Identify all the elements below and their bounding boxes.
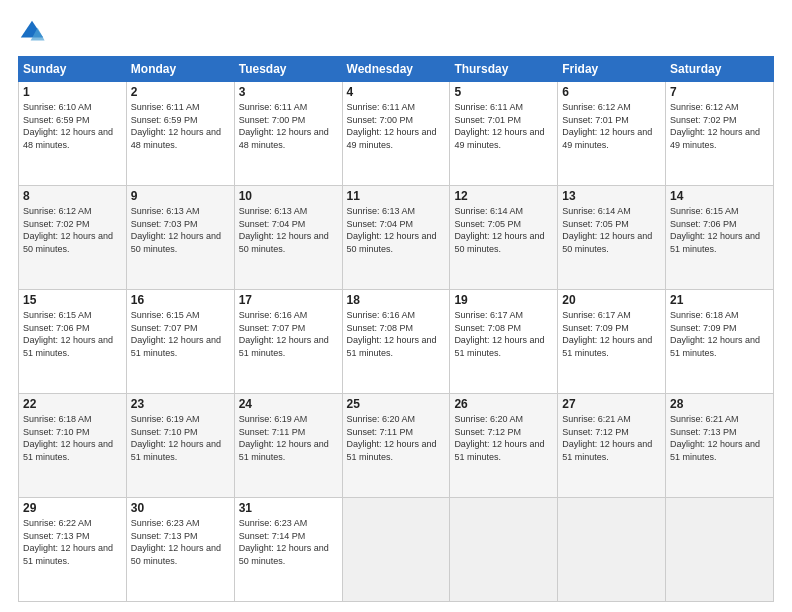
calendar-cell-w4-d4: 25Sunrise: 6:20 AMSunset: 7:11 PMDayligh…: [342, 394, 450, 498]
day-number: 4: [347, 85, 446, 99]
day-detail: Sunrise: 6:13 AMSunset: 7:04 PMDaylight:…: [347, 205, 446, 255]
day-detail: Sunrise: 6:19 AMSunset: 7:11 PMDaylight:…: [239, 413, 338, 463]
calendar-cell-w5-d5: [450, 498, 558, 602]
day-detail: Sunrise: 6:12 AMSunset: 7:02 PMDaylight:…: [670, 101, 769, 151]
day-number: 21: [670, 293, 769, 307]
calendar-cell-w3-d2: 16Sunrise: 6:15 AMSunset: 7:07 PMDayligh…: [126, 290, 234, 394]
calendar-header-row: SundayMondayTuesdayWednesdayThursdayFrid…: [19, 57, 774, 82]
day-detail: Sunrise: 6:12 AMSunset: 7:02 PMDaylight:…: [23, 205, 122, 255]
day-detail: Sunrise: 6:17 AMSunset: 7:09 PMDaylight:…: [562, 309, 661, 359]
calendar-cell-w2-d7: 14Sunrise: 6:15 AMSunset: 7:06 PMDayligh…: [666, 186, 774, 290]
calendar-cell-w4-d1: 22Sunrise: 6:18 AMSunset: 7:10 PMDayligh…: [19, 394, 127, 498]
calendar-cell-w2-d1: 8Sunrise: 6:12 AMSunset: 7:02 PMDaylight…: [19, 186, 127, 290]
day-number: 13: [562, 189, 661, 203]
calendar-week-3: 15Sunrise: 6:15 AMSunset: 7:06 PMDayligh…: [19, 290, 774, 394]
day-number: 9: [131, 189, 230, 203]
day-number: 22: [23, 397, 122, 411]
calendar-week-5: 29Sunrise: 6:22 AMSunset: 7:13 PMDayligh…: [19, 498, 774, 602]
calendar-cell-w4-d6: 27Sunrise: 6:21 AMSunset: 7:12 PMDayligh…: [558, 394, 666, 498]
calendar-cell-w3-d7: 21Sunrise: 6:18 AMSunset: 7:09 PMDayligh…: [666, 290, 774, 394]
day-number: 23: [131, 397, 230, 411]
day-number: 31: [239, 501, 338, 515]
day-number: 19: [454, 293, 553, 307]
day-detail: Sunrise: 6:11 AMSunset: 7:01 PMDaylight:…: [454, 101, 553, 151]
day-number: 24: [239, 397, 338, 411]
calendar-cell-w4-d7: 28Sunrise: 6:21 AMSunset: 7:13 PMDayligh…: [666, 394, 774, 498]
day-detail: Sunrise: 6:21 AMSunset: 7:13 PMDaylight:…: [670, 413, 769, 463]
calendar-week-1: 1Sunrise: 6:10 AMSunset: 6:59 PMDaylight…: [19, 82, 774, 186]
day-number: 29: [23, 501, 122, 515]
day-number: 1: [23, 85, 122, 99]
day-detail: Sunrise: 6:11 AMSunset: 7:00 PMDaylight:…: [239, 101, 338, 151]
day-detail: Sunrise: 6:16 AMSunset: 7:08 PMDaylight:…: [347, 309, 446, 359]
calendar-cell-w5-d4: [342, 498, 450, 602]
calendar-cell-w5-d3: 31Sunrise: 6:23 AMSunset: 7:14 PMDayligh…: [234, 498, 342, 602]
day-number: 17: [239, 293, 338, 307]
day-number: 12: [454, 189, 553, 203]
day-detail: Sunrise: 6:21 AMSunset: 7:12 PMDaylight:…: [562, 413, 661, 463]
calendar-cell-w1-d3: 3Sunrise: 6:11 AMSunset: 7:00 PMDaylight…: [234, 82, 342, 186]
day-number: 6: [562, 85, 661, 99]
day-detail: Sunrise: 6:14 AMSunset: 7:05 PMDaylight:…: [562, 205, 661, 255]
calendar-header-monday: Monday: [126, 57, 234, 82]
calendar-cell-w5-d7: [666, 498, 774, 602]
calendar-cell-w4-d2: 23Sunrise: 6:19 AMSunset: 7:10 PMDayligh…: [126, 394, 234, 498]
day-detail: Sunrise: 6:13 AMSunset: 7:04 PMDaylight:…: [239, 205, 338, 255]
day-detail: Sunrise: 6:23 AMSunset: 7:13 PMDaylight:…: [131, 517, 230, 567]
calendar-cell-w1-d2: 2Sunrise: 6:11 AMSunset: 6:59 PMDaylight…: [126, 82, 234, 186]
day-detail: Sunrise: 6:14 AMSunset: 7:05 PMDaylight:…: [454, 205, 553, 255]
calendar-cell-w3-d1: 15Sunrise: 6:15 AMSunset: 7:06 PMDayligh…: [19, 290, 127, 394]
calendar-body: 1Sunrise: 6:10 AMSunset: 6:59 PMDaylight…: [19, 82, 774, 602]
calendar-header-friday: Friday: [558, 57, 666, 82]
day-number: 3: [239, 85, 338, 99]
calendar-cell-w5-d2: 30Sunrise: 6:23 AMSunset: 7:13 PMDayligh…: [126, 498, 234, 602]
day-number: 14: [670, 189, 769, 203]
logo-icon: [18, 18, 46, 46]
calendar-header-wednesday: Wednesday: [342, 57, 450, 82]
day-number: 10: [239, 189, 338, 203]
day-number: 11: [347, 189, 446, 203]
logo: [18, 18, 50, 46]
day-detail: Sunrise: 6:20 AMSunset: 7:12 PMDaylight:…: [454, 413, 553, 463]
calendar-table: SundayMondayTuesdayWednesdayThursdayFrid…: [18, 56, 774, 602]
day-number: 8: [23, 189, 122, 203]
day-detail: Sunrise: 6:22 AMSunset: 7:13 PMDaylight:…: [23, 517, 122, 567]
day-number: 26: [454, 397, 553, 411]
day-detail: Sunrise: 6:20 AMSunset: 7:11 PMDaylight:…: [347, 413, 446, 463]
day-number: 20: [562, 293, 661, 307]
calendar-header-tuesday: Tuesday: [234, 57, 342, 82]
day-detail: Sunrise: 6:10 AMSunset: 6:59 PMDaylight:…: [23, 101, 122, 151]
day-number: 15: [23, 293, 122, 307]
page: SundayMondayTuesdayWednesdayThursdayFrid…: [0, 0, 792, 612]
day-detail: Sunrise: 6:23 AMSunset: 7:14 PMDaylight:…: [239, 517, 338, 567]
day-detail: Sunrise: 6:12 AMSunset: 7:01 PMDaylight:…: [562, 101, 661, 151]
calendar-cell-w2-d4: 11Sunrise: 6:13 AMSunset: 7:04 PMDayligh…: [342, 186, 450, 290]
calendar-header-thursday: Thursday: [450, 57, 558, 82]
header: [18, 18, 774, 46]
day-number: 7: [670, 85, 769, 99]
calendar-cell-w1-d5: 5Sunrise: 6:11 AMSunset: 7:01 PMDaylight…: [450, 82, 558, 186]
calendar-cell-w2-d3: 10Sunrise: 6:13 AMSunset: 7:04 PMDayligh…: [234, 186, 342, 290]
calendar-cell-w4-d5: 26Sunrise: 6:20 AMSunset: 7:12 PMDayligh…: [450, 394, 558, 498]
day-number: 18: [347, 293, 446, 307]
day-detail: Sunrise: 6:15 AMSunset: 7:06 PMDaylight:…: [670, 205, 769, 255]
day-detail: Sunrise: 6:15 AMSunset: 7:07 PMDaylight:…: [131, 309, 230, 359]
calendar-header-saturday: Saturday: [666, 57, 774, 82]
day-detail: Sunrise: 6:17 AMSunset: 7:08 PMDaylight:…: [454, 309, 553, 359]
calendar-cell-w5-d1: 29Sunrise: 6:22 AMSunset: 7:13 PMDayligh…: [19, 498, 127, 602]
day-number: 16: [131, 293, 230, 307]
day-number: 5: [454, 85, 553, 99]
calendar-cell-w4-d3: 24Sunrise: 6:19 AMSunset: 7:11 PMDayligh…: [234, 394, 342, 498]
calendar-header-sunday: Sunday: [19, 57, 127, 82]
calendar-cell-w3-d4: 18Sunrise: 6:16 AMSunset: 7:08 PMDayligh…: [342, 290, 450, 394]
day-detail: Sunrise: 6:11 AMSunset: 7:00 PMDaylight:…: [347, 101, 446, 151]
day-number: 30: [131, 501, 230, 515]
calendar-cell-w2-d6: 13Sunrise: 6:14 AMSunset: 7:05 PMDayligh…: [558, 186, 666, 290]
day-detail: Sunrise: 6:16 AMSunset: 7:07 PMDaylight:…: [239, 309, 338, 359]
calendar-cell-w1-d4: 4Sunrise: 6:11 AMSunset: 7:00 PMDaylight…: [342, 82, 450, 186]
day-number: 28: [670, 397, 769, 411]
day-detail: Sunrise: 6:15 AMSunset: 7:06 PMDaylight:…: [23, 309, 122, 359]
day-number: 25: [347, 397, 446, 411]
calendar-cell-w2-d2: 9Sunrise: 6:13 AMSunset: 7:03 PMDaylight…: [126, 186, 234, 290]
day-detail: Sunrise: 6:19 AMSunset: 7:10 PMDaylight:…: [131, 413, 230, 463]
